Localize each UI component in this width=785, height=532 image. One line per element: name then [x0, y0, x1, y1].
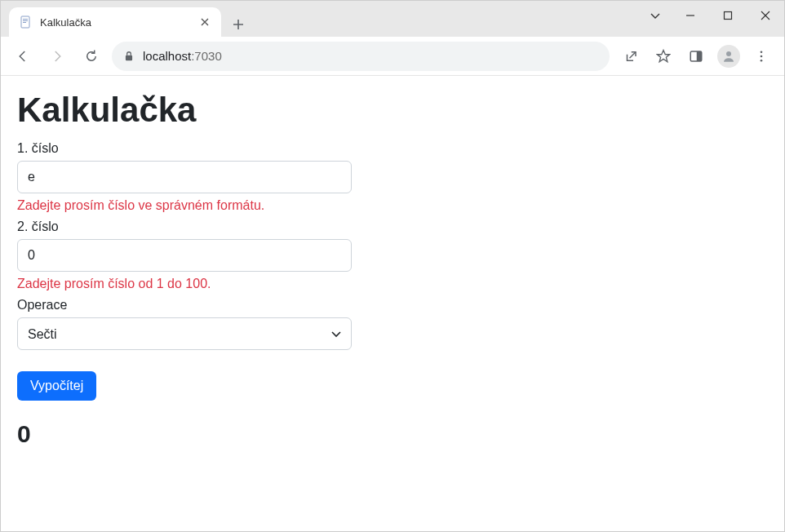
svg-point-11 — [761, 59, 763, 61]
operation-label: Operace — [17, 298, 352, 313]
svg-rect-2 — [23, 20, 28, 21]
svg-rect-4 — [725, 12, 732, 20]
operation-select[interactable]: Sečti — [17, 317, 352, 350]
reload-button[interactable] — [78, 42, 105, 70]
avatar-icon — [717, 45, 740, 68]
page-content: Kalkulačka 1. číslo Zadejte prosím číslo… — [1, 76, 784, 463]
side-panel-button[interactable] — [681, 42, 711, 71]
share-button[interactable] — [616, 42, 645, 71]
browser-toolbar: localhost:7030 — [1, 37, 784, 76]
num1-label: 1. číslo — [17, 141, 352, 156]
num2-input[interactable] — [17, 239, 352, 272]
forward-button[interactable] — [43, 42, 71, 70]
titlebar: Kalkulačka — [1, 1, 784, 37]
num2-error: Zadejte prosím číslo od 1 do 100. — [17, 277, 352, 291]
svg-point-9 — [761, 51, 763, 53]
svg-rect-7 — [697, 51, 702, 61]
url-port: :7030 — [191, 49, 222, 63]
num1-error: Zadejte prosím číslo ve správném formátu… — [17, 198, 352, 213]
svg-rect-5 — [126, 55, 132, 60]
result-value: 0 — [17, 420, 768, 448]
address-bar[interactable]: localhost:7030 — [112, 42, 610, 71]
window-close-button[interactable] — [747, 1, 784, 30]
svg-rect-1 — [23, 19, 28, 20]
tab-close-button[interactable] — [198, 16, 211, 29]
menu-button[interactable] — [747, 42, 776, 71]
tab-search-button[interactable] — [639, 1, 672, 30]
submit-button[interactable]: Vypočítej — [17, 371, 96, 401]
url-host: localhost — [143, 49, 191, 63]
num1-input[interactable] — [17, 161, 352, 193]
browser-tab[interactable]: Kalkulačka — [9, 7, 221, 37]
bookmark-button[interactable] — [649, 42, 678, 71]
svg-rect-3 — [23, 22, 26, 23]
profile-button[interactable] — [714, 42, 743, 71]
url-display: localhost:7030 — [143, 49, 222, 63]
page-favicon — [19, 15, 33, 29]
window-maximize-button[interactable] — [709, 1, 747, 30]
new-tab-button[interactable] — [226, 12, 251, 37]
window-minimize-button[interactable] — [672, 1, 709, 30]
tab-title: Kalkulačka — [40, 16, 192, 29]
back-button[interactable] — [9, 42, 37, 70]
page-title: Kalkulačka — [17, 91, 768, 130]
svg-point-10 — [761, 55, 763, 57]
lock-icon — [123, 51, 135, 62]
num2-label: 2. číslo — [17, 219, 352, 234]
svg-point-8 — [726, 51, 731, 56]
